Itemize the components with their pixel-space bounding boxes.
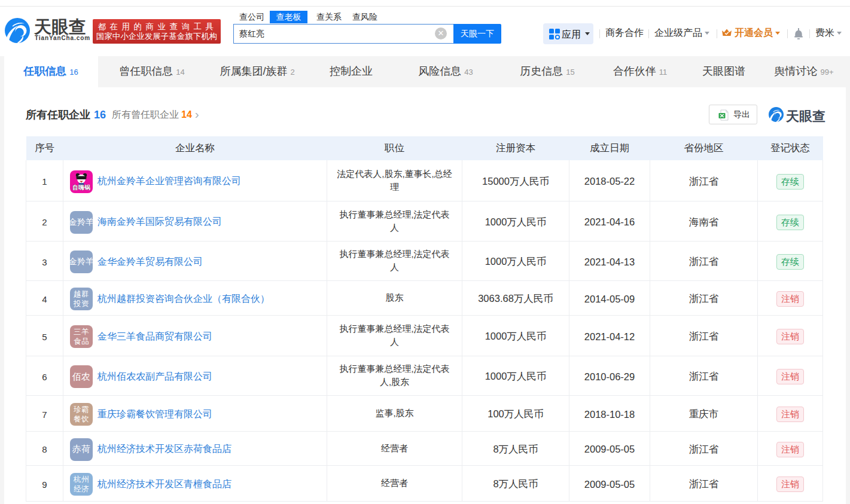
svg-text:自嗨锅: 自嗨锅	[72, 184, 90, 190]
